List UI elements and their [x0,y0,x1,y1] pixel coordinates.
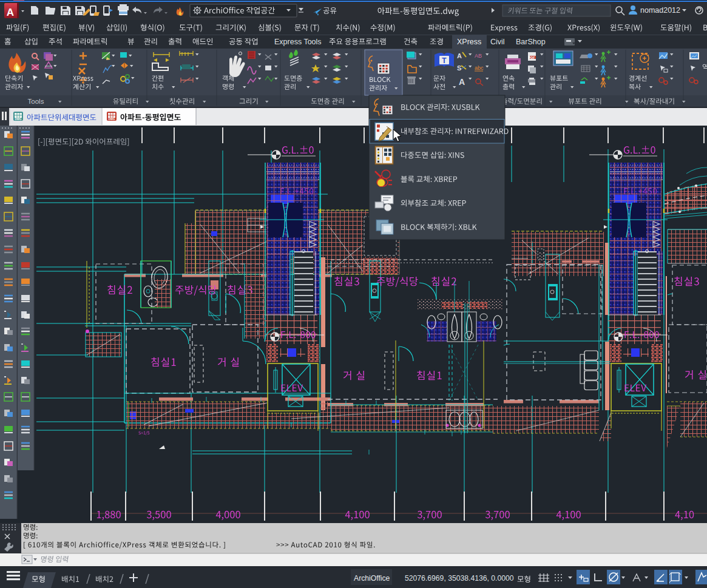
svg-text:DWG: DWG [15,118,22,121]
svg-text:nomad2012: nomad2012 [640,6,680,15]
svg-text:A: A [459,77,465,87]
svg-text:A: A [457,52,462,59]
svg-text:abc: abc [475,65,484,71]
svg-text:52076.6969, 35038.4136, 0.0000: 52076.6969, 35038.4136, 0.0000 [405,574,514,583]
svg-text:BarShop: BarShop [516,38,546,46]
svg-text:S: S [457,64,461,72]
svg-text:DWG: DWG [109,118,115,121]
svg-text:Civil: Civil [490,38,505,46]
svg-text:A: A [7,7,14,18]
svg-text:AB: AB [475,53,482,59]
svg-text:T: T [442,56,447,65]
svg-text:Express Tools: Express Tools [274,38,322,46]
svg-text:Tools: Tools [28,98,44,105]
svg-text:PDF: PDF [529,56,536,59]
svg-text:XPress: XPress [457,38,481,46]
svg-text:ArchiOffice: ArchiOffice [354,574,390,583]
